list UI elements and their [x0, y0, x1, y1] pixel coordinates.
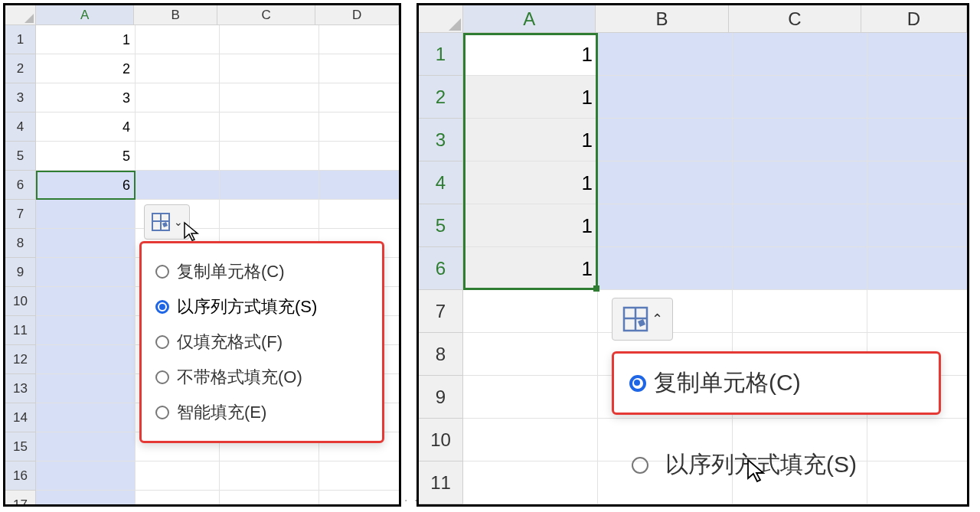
row-header-5[interactable]: 5 — [419, 204, 463, 247]
cell[interactable] — [220, 54, 319, 83]
row-header-6[interactable]: 6 — [5, 171, 36, 200]
cell[interactable]: 5 — [36, 142, 136, 171]
cell[interactable] — [319, 54, 401, 83]
row-header-7[interactable]: 7 — [419, 290, 463, 333]
cell[interactable] — [36, 200, 136, 229]
cell[interactable] — [867, 33, 969, 76]
select-all-corner[interactable] — [419, 5, 463, 33]
row-header-14[interactable]: 14 — [5, 403, 36, 432]
cell[interactable] — [598, 161, 733, 204]
cell[interactable]: 1 — [463, 33, 598, 76]
row-header-17[interactable]: 17 — [5, 491, 36, 507]
col-header-B[interactable]: B — [134, 5, 217, 25]
select-all-corner[interactable] — [5, 5, 36, 25]
col-header-B[interactable]: B — [596, 5, 728, 33]
cell[interactable] — [598, 76, 733, 119]
row-header-8[interactable]: 8 — [419, 333, 463, 376]
row-header-2[interactable]: 2 — [5, 54, 36, 83]
cell[interactable] — [36, 491, 136, 507]
cell[interactable] — [220, 25, 319, 54]
row-header-1[interactable]: 1 — [419, 33, 463, 76]
cell[interactable]: 3 — [36, 83, 136, 113]
cell[interactable] — [867, 247, 969, 290]
option-smart-fill[interactable]: 智能填充(E) — [151, 395, 373, 430]
col-header-A[interactable]: A — [463, 5, 596, 33]
row-header-1[interactable]: 1 — [5, 25, 36, 54]
col-header-A[interactable]: A — [36, 5, 134, 25]
row-header-9[interactable]: 9 — [419, 376, 463, 419]
cell[interactable] — [319, 200, 401, 229]
cell[interactable] — [36, 258, 136, 287]
cell[interactable] — [319, 142, 401, 171]
col-header-C[interactable]: C — [729, 5, 861, 33]
row-header-4[interactable]: 4 — [419, 161, 463, 204]
col-header-D[interactable]: D — [861, 5, 967, 33]
option-copy-cells[interactable]: 复制单元格(C) — [625, 361, 928, 405]
cell[interactable] — [867, 76, 969, 119]
cell[interactable] — [36, 345, 136, 374]
cell[interactable]: 2 — [36, 54, 136, 83]
row-header-10[interactable]: 10 — [419, 419, 463, 461]
cell[interactable] — [220, 142, 319, 171]
cell[interactable] — [136, 25, 220, 54]
row-header-2[interactable]: 2 — [419, 76, 463, 119]
cell[interactable] — [319, 171, 401, 200]
cell[interactable] — [136, 461, 220, 491]
cell[interactable] — [220, 200, 319, 229]
cell[interactable] — [136, 113, 220, 142]
cell[interactable] — [319, 83, 401, 113]
cell[interactable] — [463, 290, 598, 333]
row-header-3[interactable]: 3 — [5, 83, 36, 113]
cell[interactable] — [463, 419, 598, 461]
col-header-C[interactable]: C — [217, 5, 315, 25]
cell[interactable] — [136, 491, 220, 507]
row-header-9[interactable]: 9 — [5, 258, 36, 287]
cell[interactable] — [733, 119, 867, 161]
cell[interactable] — [867, 161, 969, 204]
row-header-11[interactable]: 11 — [419, 461, 463, 504]
cell[interactable] — [220, 113, 319, 142]
cell[interactable] — [733, 76, 867, 119]
option-fill-series[interactable]: 以序列方式填充(S) — [151, 289, 373, 324]
cell[interactable] — [598, 247, 733, 290]
autofill-options-button[interactable]: ⌃ — [612, 298, 673, 341]
cell[interactable] — [36, 374, 136, 403]
row-header-16[interactable]: 16 — [5, 461, 36, 491]
cell[interactable] — [36, 432, 136, 461]
cell[interactable] — [733, 161, 867, 204]
cell[interactable] — [867, 204, 969, 247]
cell[interactable] — [136, 54, 220, 83]
cell[interactable] — [319, 461, 401, 491]
cell[interactable] — [36, 229, 136, 258]
row-header-15[interactable]: 15 — [5, 432, 36, 461]
cell[interactable]: 1 — [36, 25, 136, 54]
cell[interactable] — [463, 333, 598, 376]
cell[interactable] — [867, 119, 969, 161]
cell[interactable] — [220, 171, 319, 200]
option-fill-format-only[interactable]: 仅填充格式(F) — [151, 324, 373, 360]
cell[interactable] — [136, 142, 220, 171]
option-fill-without-format[interactable]: 不带格式填充(O) — [151, 360, 373, 395]
option-fill-series[interactable]: 以序列方式填充(S) — [624, 434, 946, 496]
cell[interactable] — [733, 290, 867, 333]
autofill-options-button[interactable]: ⌄ — [144, 204, 190, 240]
cell[interactable] — [463, 376, 598, 419]
row-header-12[interactable]: 12 — [5, 345, 36, 374]
row-header-5[interactable]: 5 — [5, 142, 36, 171]
cell[interactable]: 1 — [463, 247, 598, 290]
row-header-7[interactable]: 7 — [5, 200, 36, 229]
cell[interactable] — [319, 491, 401, 507]
cell[interactable] — [36, 461, 136, 491]
cell[interactable]: 1 — [463, 161, 598, 204]
cell[interactable] — [36, 287, 136, 316]
cell[interactable] — [733, 204, 867, 247]
row-header-11[interactable]: 11 — [5, 316, 36, 345]
cell[interactable] — [598, 204, 733, 247]
cell[interactable] — [220, 491, 319, 507]
cell[interactable] — [733, 247, 867, 290]
cell[interactable] — [319, 25, 401, 54]
cell[interactable] — [598, 119, 733, 161]
option-copy-cells[interactable]: 复制单元格(C) — [151, 254, 373, 289]
cell[interactable] — [136, 171, 220, 200]
cell[interactable] — [36, 316, 136, 345]
